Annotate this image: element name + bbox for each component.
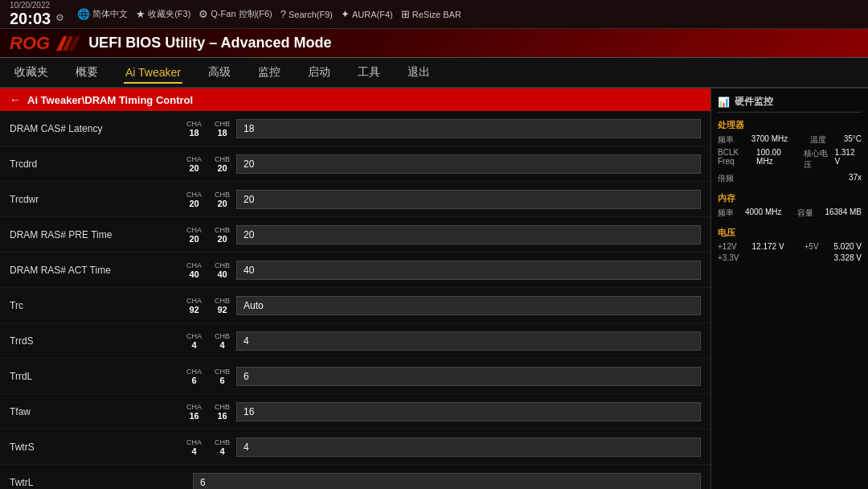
subsection-label: 内存 [718,192,862,204]
sidebar-key: +12V [718,242,737,251]
channel-b: CHB20 [215,191,230,208]
channel-b: CHB20 [215,155,230,173]
time-display: 20:03 [10,10,51,27]
setting-row[interactable]: TrcdrdCHA20CHB2020 [0,146,710,182]
channel-a: CHA16 [186,403,202,421]
setting-channels: CHA16CHB16 [186,403,230,421]
channel-a: CHA40 [186,261,202,279]
sidebar-val: 4000 MHz [745,208,782,219]
setting-label: DRAM RAS# PRE Time [10,229,186,240]
setting-label: TwtrS [10,442,186,453]
sidebar-val: 3.328 V [834,253,862,262]
setting-value[interactable]: 18 [236,119,701,138]
setting-value[interactable]: 6 [193,473,701,490]
monitor-icon: 📊 [718,97,730,108]
setting-value[interactable]: 4 [236,331,701,351]
sidebar-key2: +5V [805,242,819,251]
setting-value[interactable]: 20 [236,154,701,174]
resizebar-icon[interactable]: ⊞ ReSize BAR [401,8,461,20]
setting-channels: CHA40CHB40 [186,261,230,279]
setting-channels: CHA20CHB20 [186,191,230,208]
sidebar-key: +3.3V [718,253,739,262]
setting-row[interactable]: DRAM RAS# PRE TimeCHA20CHB2020 [0,217,710,253]
setting-row[interactable]: TwtrL6 [0,465,710,489]
nav-aitweaker[interactable]: Ai Tweaker [124,63,182,84]
setting-row[interactable]: TfawCHA16CHB1616 [0,394,710,429]
lang-icon[interactable]: 🌐 简体中文 [77,8,128,20]
setting-label: TrrdL [10,371,186,382]
subsection-label: 处理器 [718,119,862,131]
setting-row[interactable]: TrcCHA92CHB92Auto [0,288,710,323]
setting-row[interactable]: TwtrSCHA4CHB44 [0,429,710,465]
setting-row[interactable]: DRAM CAS# LatencyCHA18CHB1818 [0,111,710,146]
top-icons-bar: 🌐 简体中文 ★ 收藏夹(F3) ⚙ Q-Fan 控制(F6) ? Search… [77,8,461,20]
nav-exit[interactable]: 退出 [406,62,432,83]
sidebar-key: 倍频 [718,173,734,184]
sidebar-val: 37x [849,173,862,184]
rog-logo-svg [56,35,80,51]
sidebar-section-1: 内存频率 4000 MHz容量 16384 MB [718,192,862,219]
setting-value[interactable]: 20 [236,190,701,209]
sidebar-section-0: 处理器频率 3700 MHz温度 35°CBCLK Freq 100.00 MH… [718,119,862,184]
setting-value[interactable]: 16 [236,402,701,421]
rog-logo: ROG [10,33,50,54]
sidebar-val2: 5.020 V [833,242,861,251]
setting-label: DRAM CAS# Latency [10,123,186,134]
sidebar-row: 频率 4000 MHz容量 16384 MB [718,208,862,219]
setting-row[interactable]: DRAM RAS# ACT TimeCHA40CHB4040 [0,253,710,288]
setting-channels: CHA92CHB92 [186,297,230,314]
nav-advanced[interactable]: 高级 [207,62,232,83]
aura-icon[interactable]: ✦ AURA(F4) [341,8,393,20]
nav-favorites[interactable]: 收藏夹 [13,62,50,83]
favorites-icon[interactable]: ★ 收藏夹(F3) [136,8,190,20]
breadcrumb-arrow[interactable]: ← [10,93,21,106]
setting-row[interactable]: TrrdSCHA4CHB44 [0,323,710,359]
channel-a: CHA18 [186,120,202,138]
channel-a: CHA6 [186,368,202,385]
channel-a: CHA92 [186,297,202,314]
setting-channels: CHA4CHB4 [186,438,230,456]
nav-overview[interactable]: 概要 [74,62,100,83]
sidebar-row: +12V 12.172 V+5V 5.020 V [718,242,862,251]
sidebar-val: 3700 MHz [751,134,788,146]
breadcrumb-bar: ← Ai Tweaker\DRAM Timing Control [0,88,710,111]
top-bar: 10/20/2022 20:03 ⚙ 🌐 简体中文 ★ 收藏夹(F3) ⚙ Q-… [0,0,868,29]
setting-label: Trcdrd [10,158,186,170]
nav-monitor[interactable]: 监控 [256,62,282,83]
sidebar-key2: 核心电压 [804,148,835,171]
setting-value[interactable]: 4 [236,438,701,457]
setting-row[interactable]: TrrdLCHA6CHB66 [0,359,710,394]
channel-a: CHA20 [186,226,202,244]
nav-bar: 收藏夹 概要 Ai Tweaker 高级 监控 启动 工具 退出 [0,58,868,88]
setting-row[interactable]: TrcdwrCHA20CHB2020 [0,182,710,217]
qfan-icon[interactable]: ⚙ Q-Fan 控制(F6) [199,8,272,20]
date-text: 10/20/2022 [10,1,64,10]
channel-a: CHA20 [186,155,202,173]
main-layout: ← Ai Tweaker\DRAM Timing Control DRAM CA… [0,88,868,489]
setting-label: TrrdS [10,335,186,347]
sidebar-row: +3.3V 3.328 V [718,253,862,262]
left-content: ← Ai Tweaker\DRAM Timing Control DRAM CA… [0,88,711,489]
nav-tools[interactable]: 工具 [356,62,382,83]
sidebar-val2: 1.312 V [834,148,862,171]
channel-b: CHB20 [215,226,230,244]
channel-a: CHA4 [186,332,202,350]
channel-b: CHB92 [215,297,230,314]
sidebar-val2: 35°C [844,134,862,146]
header: ROG UEFI BIOS Utility – Advanced Mode [0,29,868,58]
gear-icon[interactable]: ⚙ [55,13,64,23]
setting-label: Tfaw [10,406,186,417]
setting-value[interactable]: 20 [236,225,701,244]
search-icon[interactable]: ? Search(F9) [280,8,333,20]
setting-value[interactable]: 6 [236,367,701,386]
setting-label: TwtrL [10,477,186,488]
setting-label: Trcdwr [10,194,186,205]
setting-channels: CHA20CHB20 [186,226,230,244]
setting-value[interactable]: 40 [236,261,701,280]
setting-value[interactable]: Auto [236,296,701,315]
setting-channels: CHA20CHB20 [186,155,230,173]
nav-boot[interactable]: 启动 [306,62,332,83]
channel-b: CHB4 [215,332,230,350]
channel-b: CHB18 [215,120,230,138]
sidebar-sections: 处理器频率 3700 MHz温度 35°CBCLK Freq 100.00 MH… [718,119,862,262]
